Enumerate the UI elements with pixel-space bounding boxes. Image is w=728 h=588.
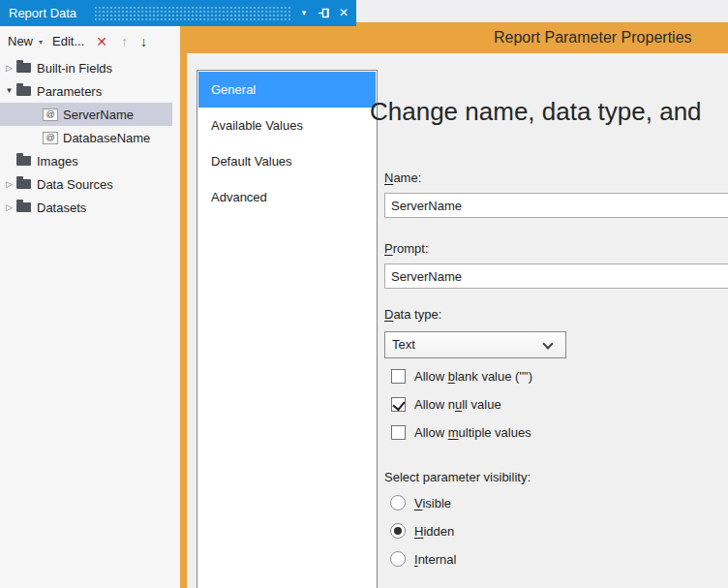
folder-icon xyxy=(16,202,31,212)
tree-item-parameters[interactable]: ▼ Parameters xyxy=(0,79,172,103)
expander-collapsed-icon[interactable]: ▷ xyxy=(4,56,15,79)
edit-button[interactable]: Edit... xyxy=(52,34,84,48)
nav-item-general[interactable]: General xyxy=(198,72,376,108)
visible-label: Visible xyxy=(414,496,451,511)
tree-item-images[interactable]: Images xyxy=(0,149,172,172)
parameter-icon xyxy=(43,132,58,144)
report-data-panel-titlebar[interactable]: Report Data ▾ ✕ xyxy=(0,0,356,26)
chevron-down-icon xyxy=(542,338,553,349)
internal-label: Internal xyxy=(414,552,456,567)
prompt-label: Prompt: xyxy=(384,241,429,256)
report-data-tree: ▷ Built-in Fields ▼ Parameters ServerNam… xyxy=(0,56,180,219)
parameter-icon xyxy=(43,108,58,121)
move-up-arrow-icon[interactable]: ↑ xyxy=(121,34,128,49)
allow-null-value-checkbox[interactable] xyxy=(391,397,406,412)
allow-blank-value-option[interactable]: Allow blank value ("") xyxy=(391,369,532,384)
visibility-visible-option[interactable]: Visible xyxy=(390,495,451,511)
folder-icon xyxy=(16,156,31,166)
close-icon[interactable]: ✕ xyxy=(335,0,352,26)
window-menu-chevron-icon[interactable]: ▾ xyxy=(295,0,313,26)
tree-item-built-in-fields[interactable]: ▷ Built-in Fields xyxy=(0,56,172,79)
tree-item-servername[interactable]: ServerName xyxy=(0,103,172,126)
allow-multiple-values-option[interactable]: Allow multiple values xyxy=(391,425,531,440)
dialog-body: General Available Values Default Values … xyxy=(187,53,728,588)
dialog-nav-list: General Available Values Default Values … xyxy=(197,70,378,588)
prompt-input[interactable] xyxy=(384,263,728,289)
visible-radio[interactable] xyxy=(390,495,406,511)
report-parameter-properties-dialog: Report Parameter Properties General Avai… xyxy=(180,22,728,588)
expander-collapsed-icon[interactable]: ▷ xyxy=(4,172,15,196)
visibility-section-label: Select parameter visibility: xyxy=(384,470,531,484)
dialog-title: Report Parameter Properties xyxy=(494,29,692,46)
tree-item-datasets[interactable]: ▷ Datasets xyxy=(0,196,172,219)
allow-null-value-label: Allow null value xyxy=(414,397,501,412)
tree-item-data-sources[interactable]: ▷ Data Sources xyxy=(0,172,172,196)
visibility-hidden-option[interactable]: Hidden xyxy=(390,523,454,539)
folder-icon xyxy=(16,63,31,73)
delete-x-icon[interactable]: ✕ xyxy=(96,34,107,49)
page-heading: Change name, data type, and xyxy=(370,97,702,127)
tree-item-databasename[interactable]: DatabaseName xyxy=(0,126,172,149)
data-type-label: Data type: xyxy=(384,307,441,322)
dropdown-caret-icon[interactable]: ▾ xyxy=(39,38,43,46)
folder-open-icon xyxy=(16,86,31,96)
data-type-dropdown[interactable]: Text xyxy=(384,331,566,358)
allow-blank-value-label: Allow blank value ("") xyxy=(414,369,532,384)
name-label: Name: xyxy=(384,170,421,185)
nav-item-available-values[interactable]: Available Values xyxy=(198,108,376,143)
panel-toolbar: New ▾ Edit... ✕ ↑ ↓ xyxy=(0,26,180,56)
name-input[interactable] xyxy=(384,193,728,218)
expander-expanded-icon[interactable]: ▼ xyxy=(4,79,15,103)
report-data-panel: New ▾ Edit... ✕ ↑ ↓ ▷ Built-in Fields ▼ … xyxy=(0,26,180,588)
pin-icon[interactable] xyxy=(316,0,333,26)
internal-radio[interactable] xyxy=(390,551,406,567)
visibility-internal-option[interactable]: Internal xyxy=(390,551,456,567)
nav-item-advanced[interactable]: Advanced xyxy=(198,179,376,215)
allow-blank-value-checkbox[interactable] xyxy=(391,369,406,384)
nav-item-default-values[interactable]: Default Values xyxy=(198,143,376,179)
dialog-titlebar[interactable]: Report Parameter Properties xyxy=(180,22,728,53)
move-down-arrow-icon[interactable]: ↓ xyxy=(140,34,147,49)
folder-icon xyxy=(16,179,31,189)
panel-title: Report Data xyxy=(9,0,76,26)
expander-collapsed-icon[interactable]: ▷ xyxy=(4,196,15,219)
titlebar-grip-texture xyxy=(94,6,292,20)
allow-null-value-option[interactable]: Allow null value xyxy=(391,397,501,412)
new-button[interactable]: New xyxy=(8,34,33,48)
allow-multiple-values-checkbox[interactable] xyxy=(391,425,406,440)
hidden-radio[interactable] xyxy=(390,523,406,539)
data-type-selected-value: Text xyxy=(392,337,415,352)
hidden-label: Hidden xyxy=(414,524,454,539)
allow-multiple-values-label: Allow multiple values xyxy=(414,425,531,440)
